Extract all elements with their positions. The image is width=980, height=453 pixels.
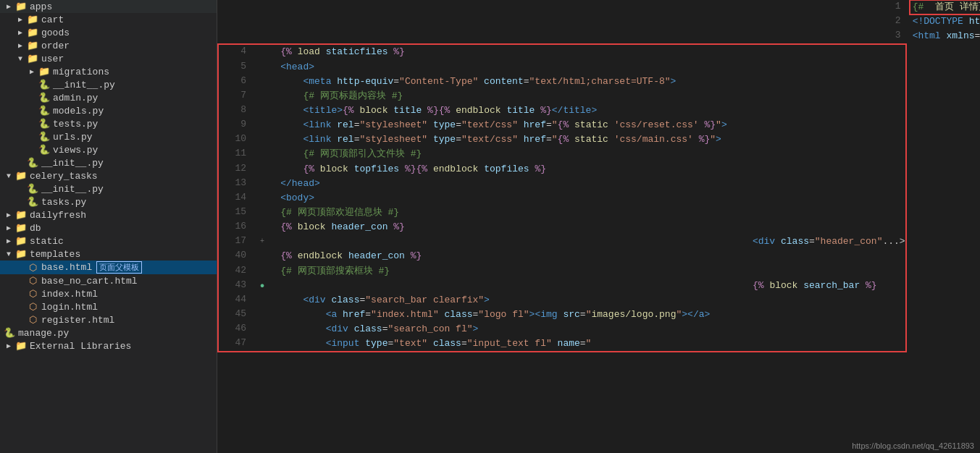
tree-item-init-apps[interactable]: 🐍 __init__.py	[0, 156, 217, 169]
line-num-47: 47	[219, 336, 255, 351]
code-line-3: 3 <html xmlns="http://www.w3.org/1999/xh…	[217, 29, 980, 43]
tree-item-tests[interactable]: 🐍 tests.py	[0, 117, 217, 130]
tree-item-views[interactable]: 🐍 views.py	[0, 143, 217, 156]
tree-item-celery[interactable]: ▼ 📁 celery_tasks	[0, 169, 217, 182]
line-num-15: 15	[219, 206, 255, 220]
code-line-17: 17 + <div class="header_con"...>	[219, 234, 905, 249]
tree-item-templates[interactable]: ▼ 📁 templates	[0, 247, 217, 261]
tree-item-init-user[interactable]: 🐍 __init__.py	[0, 78, 217, 91]
line-num-8: 8	[219, 103, 255, 118]
label-models: models.py	[53, 106, 104, 117]
tree-item-migrations[interactable]: ▶ 📁 migrations	[0, 65, 217, 78]
expand-icon-43[interactable]: ●	[255, 280, 269, 290]
label-init-celery: __init__.py	[41, 184, 104, 195]
arrow-cart[interactable]: ▶	[14, 15, 26, 24]
arrow-migrations[interactable]: ▶	[26, 67, 38, 76]
tree-item-tasks[interactable]: 🐍 tasks.py	[0, 195, 217, 208]
code-line-8: 8 <title>{% block title %}{% endblock ti…	[219, 103, 905, 118]
arrow-goods[interactable]: ▶	[14, 28, 26, 37]
line-content-8: <title>{% block title %}{% endblock titl…	[255, 103, 727, 118]
code-line-40: 40 {% endblock header_con %}	[219, 249, 905, 263]
tree-item-goods[interactable]: ▶ 📁 goods	[0, 26, 217, 39]
file-tree[interactable]: ▶ 📁 apps ▶ 📁 cart ▶ 📁 goods ▶ 📁 order ▼ …	[0, 0, 217, 453]
tree-item-login-html[interactable]: ⬡ login.html	[0, 300, 217, 313]
arrow-ext[interactable]: ▶	[3, 342, 14, 350]
folder-icon-user: 📁	[26, 53, 39, 64]
tree-item-base-no-cart[interactable]: ⬡ base_no_cart.html	[0, 274, 217, 287]
arrow-user[interactable]: ▼	[14, 55, 26, 63]
tree-item-models[interactable]: 🐍 models.py	[0, 104, 217, 117]
line-content-5: <head>	[255, 60, 727, 75]
folder-icon-static: 📁	[14, 235, 28, 247]
code-editor[interactable]: 1 {# 首页 详情页 列表页 注册 登录 #} 2 <!DOCTYPE htm…	[217, 0, 980, 453]
tree-item-static[interactable]: ▶ 📁 static	[0, 234, 217, 247]
line-content-42: {# 网页顶部搜索框块 #}	[255, 264, 727, 279]
line-content-16: {% block header_con %}	[255, 220, 727, 234]
line-content-7: {# 网页标题内容块 #}	[255, 89, 727, 103]
code-line-11: 11 {# 网页顶部引入文件块 #}	[219, 147, 905, 161]
tree-item-apps[interactable]: ▶ 📁 apps	[0, 0, 217, 13]
tree-item-register-html[interactable]: ⬡ register.html	[0, 313, 217, 326]
line-content-4: {% load staticfiles %}	[255, 45, 727, 59]
line-num-6: 6	[219, 75, 255, 89]
line-num-16: 16	[219, 220, 255, 234]
tree-item-admin[interactable]: 🐍 admin.py	[0, 91, 217, 104]
label-goods: goods	[41, 27, 70, 38]
folder-icon-dailyfresh: 📁	[14, 209, 28, 221]
arrow-templates[interactable]: ▼	[3, 250, 14, 258]
line-num-5: 5	[219, 60, 255, 75]
folder-icon-goods: 📁	[26, 27, 39, 38]
tree-item-dailyfresh[interactable]: ▶ 📁 dailyfresh	[0, 208, 217, 221]
line-content-10: <link rel="stylesheet" type="text/css" h…	[255, 132, 727, 147]
py-icon-manage: 🐍	[3, 327, 16, 339]
arrow-order[interactable]: ▶	[14, 41, 26, 50]
label-tasks: tasks.py	[41, 197, 86, 208]
line-num-10: 10	[219, 132, 255, 147]
folder-icon-celery: 📁	[14, 170, 28, 182]
tree-item-index-html[interactable]: ⬡ index.html	[0, 287, 217, 300]
py-icon-admin: 🐍	[38, 92, 51, 103]
tree-item-cart[interactable]: ▶ 📁 cart	[0, 13, 217, 26]
tree-item-db[interactable]: ▶ 📁 db	[0, 221, 217, 234]
tree-item-urls[interactable]: 🐍 urls.py	[0, 130, 217, 143]
arrow-db[interactable]: ▶	[3, 224, 14, 232]
line-num-12: 12	[219, 162, 255, 177]
line-num-13: 13	[219, 177, 255, 191]
code-lines: 1 {# 首页 详情页 列表页 注册 登录 #} 2 <!DOCTYPE htm…	[217, 0, 980, 352]
arrow-celery[interactable]: ▼	[3, 172, 14, 180]
folder-icon-db: 📁	[14, 222, 28, 234]
line-num-9: 9	[219, 118, 255, 132]
expand-icon-17[interactable]: +	[255, 236, 269, 245]
tree-item-manage[interactable]: 🐍 manage.py	[0, 326, 217, 339]
arrow-apps[interactable]: ▶	[3, 2, 14, 11]
py-icon-init-celery: 🐍	[26, 183, 39, 195]
tree-item-base-html[interactable]: ⬡ base.html 页面父模板	[0, 261, 217, 274]
tree-item-order[interactable]: ▶ 📁 order	[0, 39, 217, 52]
tree-item-user[interactable]: ▼ 📁 user	[0, 52, 217, 65]
label-register-html: register.html	[41, 315, 114, 326]
line-content-45: <a href="index.html" class="logo fl"><im…	[255, 308, 727, 322]
folder-icon-ext: 📁	[14, 340, 28, 352]
code-line-9: 9 <link rel="stylesheet" type="text/css"…	[219, 118, 905, 132]
line-content-1: {# 首页 详情页 列表页 注册 登录 #}	[910, 0, 980, 14]
tree-item-ext-libs[interactable]: ▶ 📁 External Libraries	[0, 339, 217, 352]
tag-parent-template: 页面父模板	[96, 261, 142, 274]
code-line-1: 1 {# 首页 详情页 列表页 注册 登录 #}	[217, 0, 980, 14]
line-num-45: 45	[219, 308, 255, 322]
py-icon-init-apps: 🐍	[26, 157, 39, 169]
line-num-17: 17	[219, 234, 255, 249]
line-num-4: 4	[219, 45, 255, 59]
code-line-42: 42 {# 网页顶部搜索框块 #}	[219, 264, 905, 279]
code-line-47: 47 <input type="text" class="input_text …	[219, 336, 905, 351]
label-dailyfresh: dailyfresh	[30, 210, 86, 221]
label-init-apps: __init__.py	[41, 158, 104, 169]
label-migrations: migrations	[53, 67, 109, 77]
label-index-html: index.html	[41, 289, 98, 300]
code-line-6: 6 <meta http-equiv="Content-Type" conten…	[219, 75, 905, 89]
line-content-6: <meta http-equiv="Content-Type" content=…	[255, 75, 727, 89]
arrow-static[interactable]: ▶	[3, 237, 14, 245]
line-content-14: <body>	[255, 191, 727, 206]
tree-item-init-celery[interactable]: 🐍 __init__.py	[0, 182, 217, 195]
arrow-dailyfresh[interactable]: ▶	[3, 211, 14, 219]
label-urls: urls.py	[53, 132, 93, 143]
